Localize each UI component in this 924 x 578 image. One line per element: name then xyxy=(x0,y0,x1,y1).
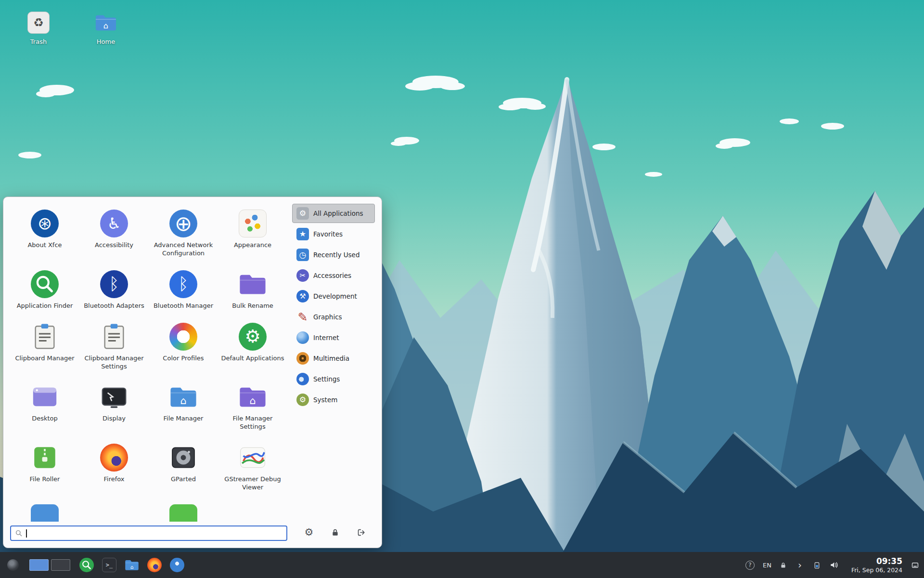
show-desktop-icon xyxy=(911,561,919,569)
app-label: Display xyxy=(103,415,126,423)
app-desktop[interactable]: Desktop xyxy=(10,377,79,438)
lock-keys-indicator[interactable] xyxy=(780,562,787,569)
help-indicator[interactable]: ? xyxy=(745,561,755,570)
app-file-manager-settings[interactable]: ⌂File Manager Settings xyxy=(218,377,287,438)
search-box[interactable] xyxy=(10,525,287,541)
applications-menu-button[interactable] xyxy=(5,555,21,575)
file-manager-settings-icon: ⌂ xyxy=(239,383,267,411)
app-label: Default Applications xyxy=(221,355,284,363)
workspace-pager[interactable] xyxy=(29,559,70,571)
graphics-icon: ✎ xyxy=(296,311,309,323)
app-bluetooth-manager[interactable]: ᛒBluetooth Manager xyxy=(149,264,218,317)
desktop-icons: ♻Trash⌂Home xyxy=(13,12,131,45)
terminal-launcher[interactable]: >_ xyxy=(101,555,117,575)
app-color-profiles[interactable]: Color Profiles xyxy=(149,317,218,378)
app-clipboard-manager-settings[interactable]: Clipboard Manager Settings xyxy=(79,317,149,378)
app-appearance[interactable]: Appearance xyxy=(218,204,287,264)
taskbar-tray xyxy=(911,561,919,569)
app-label: Application Finder xyxy=(17,302,73,310)
bulk-rename-icon xyxy=(239,270,267,298)
category-accessories[interactable]: ✂Accessories xyxy=(292,266,375,285)
category-favorites[interactable]: ★Favorites xyxy=(292,224,375,244)
app-about-xfce[interactable]: ⊛About Xfce xyxy=(10,204,79,264)
app-display[interactable]: Display xyxy=(79,377,149,438)
desktop-icon-trash[interactable]: ♻Trash xyxy=(13,12,64,45)
help-icon: ? xyxy=(745,561,755,570)
workspace-1[interactable] xyxy=(29,559,49,571)
category-system[interactable]: ⚙System xyxy=(292,390,375,409)
firefox-launcher[interactable] xyxy=(146,555,163,575)
app-application-finder[interactable]: Application Finder xyxy=(10,264,79,317)
settings-icon xyxy=(296,373,309,385)
menu-actions: ⚙ xyxy=(292,524,375,541)
category-settings[interactable]: Settings xyxy=(292,369,375,389)
category-recently-used[interactable]: ◷Recently Used xyxy=(292,245,375,264)
category-graphics[interactable]: ✎Graphics xyxy=(292,307,375,327)
log-out-button[interactable] xyxy=(354,525,368,539)
bluetooth-adapters-icon: ᛒ xyxy=(100,270,128,298)
category-multimedia[interactable]: Multimedia xyxy=(292,349,375,368)
desktop-icon-label: Home xyxy=(97,38,115,45)
category-label: Recently Used xyxy=(313,251,359,259)
app-label: Accessibility xyxy=(95,241,133,250)
category-all-applications[interactable]: ⚙All Applications xyxy=(292,204,375,223)
file-roller-icon xyxy=(31,444,59,472)
firefox-icon xyxy=(147,558,162,572)
file-manager-launcher[interactable]: ⌂ xyxy=(124,555,140,575)
app-accessibility[interactable]: ♿Accessibility xyxy=(79,204,149,264)
app-firefox[interactable]: Firefox xyxy=(79,438,149,499)
application-finder-icon xyxy=(31,270,59,298)
show-desktop-button[interactable] xyxy=(911,561,919,569)
category-development[interactable]: ⚒Development xyxy=(292,287,375,306)
desktop-icon-home[interactable]: ⌂Home xyxy=(81,12,131,45)
svg-text:⌂: ⌂ xyxy=(249,395,256,407)
app-file-manager[interactable]: ⌂File Manager xyxy=(149,377,218,438)
desktop-screen: ♻Trash⌂Home ⊛About Xfce♿Accessibility⊕Ad… xyxy=(0,0,924,578)
app-partial[interactable] xyxy=(149,499,218,522)
settings-manager-button[interactable]: ⚙ xyxy=(302,525,316,539)
gparted-icon xyxy=(169,444,197,472)
clock[interactable]: 09:35 Fri, Sep 06, 2024 xyxy=(851,556,902,574)
clipboard-manager-icon xyxy=(31,323,59,351)
app-bluetooth-adapters[interactable]: ᛒBluetooth Adapters xyxy=(79,264,149,317)
power-manager-indicator[interactable] xyxy=(813,561,821,569)
search-icon xyxy=(15,529,23,537)
battery-icon xyxy=(813,561,821,569)
category-label: Settings xyxy=(313,375,340,383)
firefox-icon xyxy=(100,444,128,472)
panel-expand-button[interactable]: › xyxy=(795,560,805,570)
app-gstreamer-debug-viewer[interactable]: GStreamer Debug Viewer xyxy=(218,438,287,499)
development-icon: ⚒ xyxy=(296,290,309,302)
appearance-icon xyxy=(239,210,267,237)
partial-app-icon xyxy=(169,504,197,522)
web-browser-launcher[interactable] xyxy=(169,555,185,575)
app-label: File Manager xyxy=(164,415,204,423)
application-finder-icon xyxy=(79,558,94,572)
volume-indicator[interactable] xyxy=(829,560,839,570)
svg-text:⌂: ⌂ xyxy=(103,21,108,30)
app-label: About Xfce xyxy=(27,241,62,250)
keyboard-layout-indicator[interactable]: EN xyxy=(763,562,771,569)
category-label: Multimedia xyxy=(313,355,349,362)
favorites-icon: ★ xyxy=(296,228,309,240)
lock-icon xyxy=(331,528,340,537)
app-file-roller[interactable]: File Roller xyxy=(10,438,79,499)
app-bulk-rename[interactable]: Bulk Rename xyxy=(218,264,287,317)
app-advanced-network-configuration[interactable]: ⊕Advanced Network Configuration xyxy=(149,204,218,264)
bluetooth-manager-icon: ᛒ xyxy=(169,270,197,298)
app-gparted[interactable]: GParted xyxy=(149,438,218,499)
app-grid: ⊛About Xfce♿Accessibility⊕Advanced Netwo… xyxy=(10,204,287,522)
lock-screen-button[interactable] xyxy=(328,525,342,539)
taskbar: >_⌂ ?EN› 09:35 Fri, Sep 06, 2024 xyxy=(0,552,924,578)
app-clipboard-manager[interactable]: Clipboard Manager xyxy=(10,317,79,378)
whisker-menu: ⊛About Xfce♿Accessibility⊕Advanced Netwo… xyxy=(3,197,382,548)
multimedia-icon xyxy=(296,352,309,365)
application-finder-launcher[interactable] xyxy=(78,555,95,575)
category-internet[interactable]: Internet xyxy=(292,328,375,347)
workspace-2[interactable] xyxy=(51,559,70,571)
search-input[interactable] xyxy=(27,529,282,537)
app-default-applications[interactable]: ⚙Default Applications xyxy=(218,317,287,378)
default-applications-icon: ⚙ xyxy=(239,323,267,351)
menu-left-pane: ⊛About Xfce♿Accessibility⊕Advanced Netwo… xyxy=(10,204,287,541)
app-partial[interactable] xyxy=(10,499,79,522)
